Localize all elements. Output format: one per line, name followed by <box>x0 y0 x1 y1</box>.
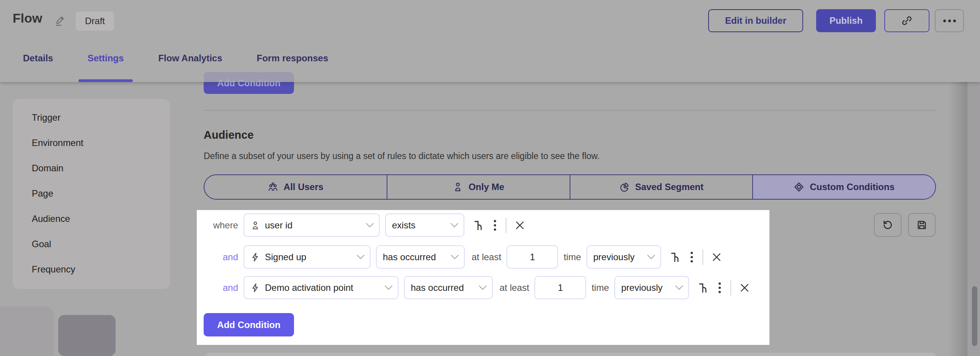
audience-type-segmented-control: All Users Only Me Saved Segment Custom C… <box>204 174 936 200</box>
chevron-down-icon <box>356 254 365 260</box>
operator-dropdown[interactable]: has occurred <box>376 245 465 269</box>
row-menu-icon[interactable] <box>493 220 497 231</box>
row-menu-icon[interactable] <box>717 282 722 293</box>
chevron-down-icon <box>479 285 487 290</box>
count-input[interactable] <box>506 245 558 269</box>
chevron-down-icon <box>366 223 374 228</box>
lightning-icon <box>250 252 260 262</box>
sidebar-item-audience[interactable]: Audience <box>13 206 170 231</box>
tab-flow-analytics[interactable]: Flow Analytics <box>158 49 222 82</box>
chevron-down-icon <box>675 285 683 290</box>
condition-row: and Signed up has occurred at least time… <box>208 245 722 269</box>
dropdown-value: has occurred <box>411 282 464 293</box>
unit-label: time <box>564 252 581 262</box>
dropdown-value: user id <box>265 220 292 231</box>
person-icon <box>452 182 463 192</box>
copy-link-button[interactable] <box>884 9 929 32</box>
save-icon <box>916 219 928 231</box>
count-input[interactable] <box>534 276 586 299</box>
save-button[interactable] <box>908 213 936 237</box>
delete-condition-icon[interactable] <box>740 283 750 293</box>
operator-dropdown[interactable]: exists <box>385 213 464 237</box>
group-condition-icon[interactable] <box>473 220 484 231</box>
event-dropdown[interactable]: Signed up <box>243 245 371 269</box>
timeframe-dropdown[interactable]: previously <box>614 276 689 299</box>
dropdown-value: previously <box>593 252 635 262</box>
dropdown-value: Demo activation point <box>265 282 353 293</box>
settings-sidebar: Trigger Environment Domain Page Audience… <box>13 99 170 289</box>
user-icon <box>250 220 260 230</box>
app-window: Add Condition Trigger Environment Domain… <box>0 0 980 356</box>
tools-divider <box>506 218 506 233</box>
quantifier-label: at least <box>472 252 501 262</box>
chevron-down-icon <box>647 254 655 260</box>
sidebar-item-goal[interactable]: Goal <box>13 231 170 257</box>
undo-icon <box>882 219 893 231</box>
operator-dropdown[interactable]: has occurred <box>404 276 493 299</box>
timeframe-dropdown[interactable]: previously <box>586 245 661 269</box>
tab-details[interactable]: Details <box>23 49 53 82</box>
tools-divider <box>730 280 731 295</box>
nested-diamond-icon <box>794 182 804 192</box>
page-title: Flow <box>13 11 42 26</box>
sidebar-item-domain[interactable]: Domain <box>13 156 170 181</box>
row-tools <box>473 218 525 233</box>
condition-row: where user id exists <box>208 213 525 237</box>
tab-settings[interactable]: Settings <box>88 49 124 82</box>
scrollbar-thumb[interactable] <box>972 286 977 346</box>
group-condition-icon[interactable] <box>697 282 709 294</box>
row-menu-icon[interactable] <box>689 252 694 262</box>
section-divider <box>204 110 936 111</box>
dropdown-value: exists <box>392 220 415 231</box>
users-icon <box>268 182 278 192</box>
segment-only-me[interactable]: Only Me <box>387 175 570 199</box>
unit-label: time <box>591 282 609 293</box>
chevron-down-icon <box>384 285 393 290</box>
segment-saved-segment[interactable]: Saved Segment <box>570 175 753 199</box>
segment-custom-conditions[interactable]: Custom Conditions <box>752 175 935 199</box>
audience-description: Define a subset of your users by using a… <box>204 151 599 161</box>
dropdown-value: previously <box>621 282 663 293</box>
status-badge: Draft <box>76 11 114 31</box>
condition-prefix: where <box>208 220 243 231</box>
link-icon <box>901 15 913 26</box>
add-condition-button[interactable]: Add Condition <box>204 313 294 336</box>
ellipsis-icon <box>943 20 946 22</box>
custom-conditions-panel: where user id exists <box>197 210 769 345</box>
sidebar-item-frequency[interactable]: Frequency <box>13 257 170 282</box>
quantifier-label: at least <box>500 282 529 293</box>
publish-button[interactable]: Publish <box>816 9 876 32</box>
more-options-button[interactable] <box>935 9 964 32</box>
row-tools <box>670 249 722 265</box>
audience-heading: Audience <box>204 129 254 141</box>
dropdown-value: Signed up <box>265 252 306 262</box>
tools-divider <box>702 249 703 265</box>
event-dropdown[interactable]: Demo activation point <box>243 276 399 299</box>
dropdown-value: has occurred <box>383 252 436 262</box>
delete-condition-icon[interactable] <box>712 252 722 262</box>
segment-all-users[interactable]: All Users <box>204 175 387 199</box>
delete-condition-icon[interactable] <box>515 220 525 230</box>
page-header: Flow Draft Edit in builder Publish Detai… <box>0 0 980 82</box>
chevron-down-icon <box>451 254 459 260</box>
revert-button[interactable] <box>874 213 902 237</box>
property-dropdown[interactable]: user id <box>243 213 380 237</box>
chevron-down-icon <box>450 223 459 228</box>
sidebar-item-environment[interactable]: Environment <box>13 130 170 156</box>
sidebar-item-trigger[interactable]: Trigger <box>13 105 170 130</box>
condition-prefix: and <box>208 252 243 262</box>
condition-row: and Demo activation point has occurred a… <box>208 276 750 299</box>
condition-prefix: and <box>208 282 243 293</box>
page-tabs: Details Settings Flow Analytics Form res… <box>23 49 328 82</box>
edit-in-builder-button[interactable]: Edit in builder <box>708 9 803 32</box>
tab-form-responses[interactable]: Form responses <box>257 49 328 82</box>
group-condition-icon[interactable] <box>670 251 681 263</box>
dimmed-widget-tile <box>58 315 116 356</box>
row-tools <box>697 280 750 295</box>
segment-label: Saved Segment <box>635 182 704 192</box>
sidebar-item-page[interactable]: Page <box>13 181 170 206</box>
segment-label: Custom Conditions <box>810 182 894 192</box>
edit-title-pencil-icon[interactable] <box>54 15 67 27</box>
lightning-icon <box>250 283 260 293</box>
content-edge-shadow <box>949 82 967 356</box>
